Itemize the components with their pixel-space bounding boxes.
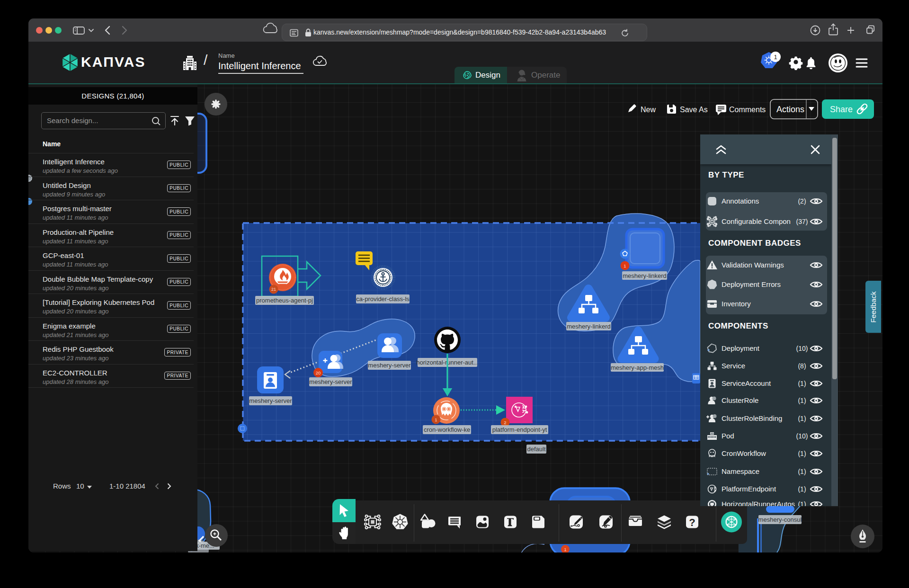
svg-text:meshery-server: meshery-server — [309, 378, 352, 385]
svg-text:(1): (1) — [798, 500, 806, 506]
svg-text:BY TYPE: BY TYPE — [708, 170, 744, 179]
svg-text:Service: Service — [722, 362, 745, 370]
svg-text:Annotations: Annotations — [722, 197, 759, 205]
svg-text:Configurable Compon: Configurable Compon — [722, 217, 791, 225]
svg-text:prometheus-agent-pj: prometheus-agent-pj — [256, 297, 313, 304]
svg-text:meshery-app-mesh: meshery-app-mesh — [611, 364, 664, 371]
svg-text:2: 2 — [504, 420, 506, 425]
svg-text:CronWorkflow: CronWorkflow — [722, 449, 766, 457]
svg-text:(1): (1) — [798, 450, 806, 457]
svg-text:(37): (37) — [796, 218, 808, 225]
svg-text:Namespace: Namespace — [722, 467, 759, 475]
svg-text:(1): (1) — [798, 485, 806, 493]
svg-text:(1): (1) — [798, 468, 806, 475]
svg-text:(2): (2) — [798, 197, 806, 205]
svg-text:1: 1 — [564, 547, 566, 552]
svg-text:meshery-consul: meshery-consul — [758, 516, 802, 523]
svg-text:default: default — [527, 445, 545, 453]
svg-text:COMPONENTS: COMPONENTS — [708, 321, 768, 330]
svg-text:Share: Share — [830, 105, 853, 114]
svg-text:meshery-server: meshery-server — [368, 362, 411, 369]
svg-text:Inventory: Inventory — [722, 300, 751, 308]
svg-text:ClusterRole: ClusterRole — [722, 396, 758, 404]
svg-text:ServiceAccount: ServiceAccount — [722, 379, 771, 387]
svg-text:(1): (1) — [798, 380, 806, 387]
svg-text:Deployment: Deployment — [722, 344, 760, 352]
svg-text:21: 21 — [271, 287, 276, 292]
svg-text:ca-provider-class-ls: ca-provider-class-ls — [356, 295, 410, 303]
svg-text:COMPONENT BADGES: COMPONENT BADGES — [708, 239, 801, 248]
svg-text:platform-endpoint-yt: platform-endpoint-yt — [492, 426, 547, 433]
svg-text:New: New — [641, 106, 656, 114]
svg-text:(1): (1) — [798, 415, 806, 422]
svg-text:(1): (1) — [798, 397, 806, 404]
svg-text:Save As: Save As — [680, 106, 708, 114]
svg-text:1: 1 — [435, 417, 437, 422]
svg-text:1: 1 — [624, 263, 626, 268]
svg-text:HorizontalRunnerAutos: HorizontalRunnerAutos — [722, 500, 795, 506]
svg-text:meshery-server: meshery-server — [249, 397, 292, 404]
svg-text:20: 20 — [316, 370, 321, 375]
svg-text:ClusterRoleBinding: ClusterRoleBinding — [722, 414, 782, 422]
svg-text:cron-workflow-ke: cron-workflow-ke — [424, 426, 470, 433]
svg-text:PlatformEndpoint: PlatformEndpoint — [722, 485, 776, 493]
svg-text:1: 1 — [774, 53, 777, 61]
svg-text:meshery-linkerd: meshery-linkerd — [623, 272, 666, 279]
svg-text:(10): (10) — [796, 432, 808, 440]
svg-text:(10): (10) — [796, 345, 808, 352]
svg-text:(8): (8) — [798, 362, 806, 370]
svg-text:Comments: Comments — [729, 106, 766, 114]
svg-text:meshery-linkerd: meshery-linkerd — [567, 323, 610, 330]
svg-text:Pod: Pod — [722, 432, 734, 440]
svg-text:Actions: Actions — [776, 105, 804, 114]
svg-text:Deployment Errors: Deployment Errors — [722, 280, 781, 288]
svg-text:Validation Warnings: Validation Warnings — [722, 261, 784, 269]
